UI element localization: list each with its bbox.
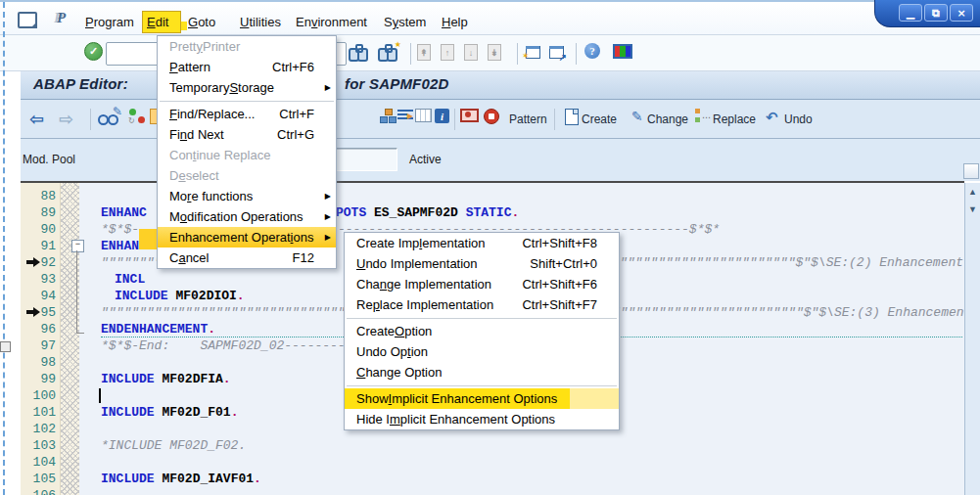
menu-item-pretty-printer[interactable]: Pretty Printer bbox=[158, 36, 336, 57]
forward-icon[interactable]: ⇨ bbox=[59, 109, 73, 129]
menubar-item-goto[interactable]: Goto bbox=[188, 15, 215, 29]
last-page-icon[interactable]: ↡ bbox=[488, 44, 501, 61]
menu-item-cancel[interactable]: CancelF12 bbox=[158, 248, 336, 268]
menubar-item-system[interactable]: System bbox=[384, 15, 426, 29]
code-token: INCLUDE bbox=[101, 405, 162, 420]
display-change-icon[interactable]: ✎ bbox=[98, 109, 120, 125]
undo-button[interactable]: Undo bbox=[784, 112, 813, 126]
label-post: e functions bbox=[191, 189, 253, 203]
label-pre: D bbox=[169, 168, 178, 183]
back-icon[interactable]: ⇦ bbox=[29, 109, 44, 129]
menu-item-pattern[interactable]: PatternCtrl+F6 bbox=[158, 57, 336, 77]
menu-item-hide-implicit-enhancement-options[interactable]: Hide Implicit Enhancement Options bbox=[345, 409, 619, 429]
label-post: ncel bbox=[186, 250, 210, 265]
label-post: ion bbox=[411, 344, 428, 359]
help-icon[interactable]: ? bbox=[584, 43, 600, 59]
dock-handle[interactable] bbox=[0, 341, 11, 352]
table-view-icon[interactable] bbox=[415, 109, 432, 122]
menu-item-more-functions[interactable]: More functions▶ bbox=[158, 186, 336, 206]
previous-page-icon[interactable]: ↑ bbox=[441, 44, 454, 61]
replace-button[interactable]: Replace bbox=[713, 112, 756, 126]
enter-check-icon[interactable]: ✓ bbox=[84, 42, 103, 61]
program-name-field[interactable] bbox=[333, 148, 397, 171]
menu-item-create-option[interactable]: Create Option bbox=[345, 321, 619, 341]
label-post: attern bbox=[178, 60, 210, 74]
menu-item-temporary-storage[interactable]: Temporary Storage▶ bbox=[158, 77, 336, 98]
create-button[interactable]: Create bbox=[582, 112, 617, 126]
pattern-button[interactable]: Pattern bbox=[509, 112, 547, 126]
menu-item-find-next[interactable]: Find NextCtrl+G bbox=[158, 124, 336, 145]
menu-item-change-option[interactable]: Change Option bbox=[345, 362, 619, 382]
runtime-monitor-icon[interactable] bbox=[460, 109, 477, 122]
menubar-item-help[interactable]: Help bbox=[442, 15, 468, 29]
change-arrow-icon bbox=[26, 257, 41, 268]
menubar-item-utilities[interactable]: Utilities bbox=[240, 15, 281, 29]
page-title-suffix: for SAPMF02D bbox=[345, 75, 449, 92]
code-token: ES_SAPMF02D bbox=[374, 205, 466, 220]
find-next-icon[interactable]: ★ bbox=[378, 44, 397, 59]
change-pencil-icon[interactable]: ✎ bbox=[631, 109, 643, 124]
menu-item-continue-replace[interactable]: Continue Replace bbox=[158, 145, 336, 165]
label-pre: Mo bbox=[169, 189, 187, 203]
menubar-item-edit[interactable]: Edit bbox=[147, 15, 168, 29]
code-token: ENDENHANCEMENT bbox=[101, 322, 208, 337]
create-shortcut-icon[interactable]: ↗ bbox=[548, 45, 564, 59]
new-session-icon[interactable]: ✶ bbox=[525, 45, 540, 59]
menu-item-undo-option[interactable]: Undo Option bbox=[345, 341, 619, 362]
scroll-up-icon[interactable]: ▲ bbox=[967, 187, 978, 197]
label-pre: Undo Op bbox=[356, 344, 407, 359]
dock-divider[interactable] bbox=[3, 2, 5, 495]
breakpoint-icon[interactable] bbox=[484, 109, 499, 124]
submenu-arrow-icon: ▶ bbox=[325, 233, 331, 242]
menu-item-modification-operations[interactable]: Modification Operations▶ bbox=[158, 206, 336, 227]
restore-button[interactable]: ⧉ bbox=[924, 4, 948, 22]
menu-item-change-implementation[interactable]: Change ImplementationCtrl+Shift+F6 bbox=[345, 274, 619, 294]
line-number: 98 bbox=[21, 354, 56, 371]
menu-item-undo-implementation[interactable]: Undo ImplementationShift+Ctrl+0 bbox=[345, 253, 619, 274]
menu-item-enhancement-operations[interactable]: Enhancement Operations▶ bbox=[158, 227, 336, 248]
program-screen-icon[interactable]: P bbox=[57, 10, 66, 26]
scroll-down-icon[interactable]: ▼ bbox=[967, 204, 978, 214]
menubar-item-environment[interactable]: Environment bbox=[296, 15, 367, 29]
menu-item-replace-implementation[interactable]: Replace ImplementationCtrl+Shift+F7 bbox=[345, 294, 619, 315]
menu-item-create-implementation[interactable]: Create ImplementationCtrl+Shift+F8 bbox=[345, 233, 619, 253]
sap-gui-window: PProgramEditGotoUtilitiesEnvironmentSyst… bbox=[0, 0, 980, 495]
label-post: ons bbox=[293, 230, 313, 245]
menu-item-show-implicit-enhancement-options[interactable]: Show Implicit Enhancement Options bbox=[345, 388, 619, 409]
close-button[interactable]: × bbox=[950, 4, 973, 22]
activation-icon[interactable]: ↻ bbox=[129, 109, 145, 123]
vertical-scrollbar[interactable]: ▲▼ bbox=[964, 183, 980, 495]
label-pre: Show bbox=[356, 391, 389, 406]
menubar-item-program[interactable]: Program bbox=[85, 15, 134, 29]
first-page-icon[interactable]: ↟ bbox=[417, 44, 431, 61]
pretty-align-icon[interactable]: ▶ bbox=[397, 109, 413, 122]
submenu-arrow-icon: ▶ bbox=[325, 83, 331, 92]
code-fragment: *INCLUDE MF02D_F02. bbox=[101, 437, 246, 454]
label-pre: Hide I bbox=[356, 412, 390, 427]
next-page-icon[interactable]: ↓ bbox=[464, 44, 478, 61]
create-page-icon[interactable] bbox=[565, 109, 579, 125]
label-pre: S bbox=[384, 15, 393, 29]
standard-toolbar: ✓★↟↑↓↡✶↗? bbox=[0, 35, 980, 71]
label-post: lace Implementation bbox=[380, 297, 493, 312]
control-menu-icon[interactable] bbox=[18, 12, 37, 28]
menu-item-deselect[interactable]: Deselect bbox=[158, 165, 336, 186]
customize-layout-icon[interactable] bbox=[613, 44, 630, 59]
label-key: P bbox=[85, 15, 94, 29]
label-key: m bbox=[390, 412, 400, 427]
object-hierarchy-icon[interactable] bbox=[380, 109, 397, 123]
change-button[interactable]: Change bbox=[647, 112, 688, 126]
minimize-button[interactable]: ▁ bbox=[899, 4, 922, 22]
label-post: ementation bbox=[422, 236, 485, 250]
info-icon[interactable]: i bbox=[435, 109, 449, 123]
change-arrow-icon bbox=[26, 307, 41, 318]
menu-item-find-replace[interactable]: Find/Replace...Ctrl+F bbox=[158, 104, 336, 124]
replace-pattern-icon[interactable]: ⋯ bbox=[695, 109, 711, 122]
splitter-button[interactable] bbox=[963, 163, 979, 179]
line-number: 105 bbox=[21, 471, 56, 487]
code-token: MF02DFIA bbox=[162, 372, 222, 386]
label-key: n bbox=[180, 127, 187, 142]
toolbar-separator bbox=[410, 43, 411, 65]
find-icon[interactable] bbox=[349, 44, 368, 59]
undo-icon[interactable]: ↶ bbox=[766, 109, 778, 126]
